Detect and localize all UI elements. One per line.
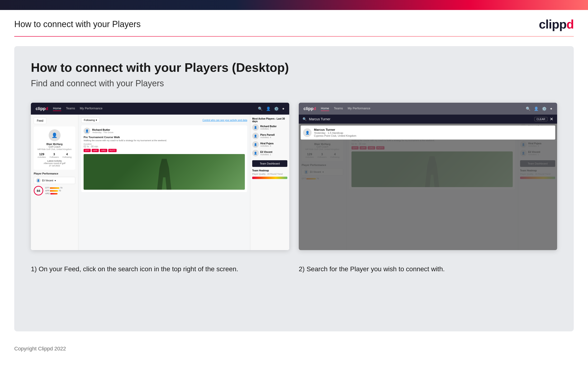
app-nav-icons-1: 🔍 👤 ⚙️ ● xyxy=(258,107,284,111)
app-nav-items-2: Home Teams My Performance xyxy=(321,107,521,111)
settings-icon-1[interactable]: ⚙️ xyxy=(274,107,279,111)
player-performance-section-1: Player Performance 👤 Eli Vincent ▾ 84 xyxy=(34,172,75,195)
player-acts-1: Activities: 7 xyxy=(260,128,277,130)
section-subtitle: Find and connect with your Players xyxy=(31,78,557,88)
player-acts-4: Activities: 1 xyxy=(260,153,272,156)
activity-tags-1: OTT APP ARG PUTT xyxy=(84,149,245,152)
profile-role-1: Golf Coach xyxy=(36,146,73,148)
tpq-row-1: 84 OTT 79 APP 70 ARG xyxy=(34,186,75,195)
player-list-avatar-4: 👤 xyxy=(252,150,259,156)
search-result-detail1: Yesterday · 1-5 Handicap xyxy=(314,131,356,134)
stat-followers-1: 3 Followers xyxy=(50,152,59,158)
stat-activities-1: 129 Activities xyxy=(37,152,46,158)
player-name-1: Richard Butler xyxy=(260,125,277,128)
logo: clippd xyxy=(539,17,574,31)
search-icon-2[interactable]: 🔍 xyxy=(526,107,531,111)
app-nav-2: clippd Home Teams My Performance 🔍 👤 ⚙️ … xyxy=(299,103,557,115)
player-list-item-1: 👤 Richard Butler Activities: 7 xyxy=(252,124,287,131)
activity-desc-1: Walking the course with my coach to buil… xyxy=(84,139,245,142)
latest-activity-1: Latest Activity Afternoon round of golf … xyxy=(36,160,73,167)
player-name-2: Piers Parnell xyxy=(260,134,275,136)
search-overlay: 🔍 Marcus Turner CLEAR ✕ 👤 Marcus Turner … xyxy=(299,115,557,250)
tag-app-1: APP xyxy=(92,149,99,152)
settings-icon-2[interactable]: ⚙️ xyxy=(542,107,547,111)
app-nav-1: clippd Home Teams My Performance 🔍 👤 ⚙️ … xyxy=(31,103,289,115)
nav-item-home-2[interactable]: Home xyxy=(321,107,329,111)
step-1-description: 1) On your Feed, click on the search ico… xyxy=(31,264,289,274)
player-select-avatar-1: 👤 xyxy=(36,178,41,183)
player-select-name-1: Eli Vincent xyxy=(42,179,53,182)
step-2-description: 2) Search for the Player you wish to con… xyxy=(299,264,557,274)
top-gradient-bar xyxy=(0,0,588,10)
panels-container: clippd Home Teams My Performance 🔍 👤 ⚙️ … xyxy=(31,103,557,250)
following-dropdown-1[interactable]: Following ▾ xyxy=(81,118,100,123)
heatmap-subtitle-1: Player Quality · 20 Round Trend xyxy=(252,173,287,175)
app-nav-items-1: Home Teams My Performance xyxy=(53,107,253,111)
main-content: How to connect with your Players (Deskto… xyxy=(14,46,574,331)
screenshot-panel-2: clippd Home Teams My Performance 🔍 👤 ⚙️ … xyxy=(299,103,557,250)
section-title: How to connect with your Players (Deskto… xyxy=(31,60,557,75)
search-result-name: Marcus Turner xyxy=(314,128,356,131)
golfer-silhouette-1 xyxy=(152,159,176,190)
player-select-1[interactable]: 👤 Eli Vincent ▾ xyxy=(34,177,75,184)
nav-item-myperformance-1[interactable]: My Performance xyxy=(80,107,102,111)
player-acts-3: Activities: 3 xyxy=(260,145,273,147)
avatar-icon-2[interactable]: ● xyxy=(550,107,552,111)
stat-following-1: 4 Following xyxy=(62,152,71,158)
nav-item-home-1[interactable]: Home xyxy=(53,107,61,111)
header-divider xyxy=(14,36,574,37)
chevron-down-icon-1: ▾ xyxy=(55,179,56,182)
player-list-item-4: 👤 Eli Vincent Activities: 1 xyxy=(252,150,287,156)
heatmap-bar-1 xyxy=(252,177,287,179)
feed-tab-1[interactable]: Feed xyxy=(34,118,46,124)
search-result-avatar: 👤 xyxy=(303,128,312,137)
activity-duration-1: Duration 02 hr : 00 min xyxy=(84,143,245,148)
screenshot-panel-1: clippd Home Teams My Performance 🔍 👤 ⚙️ … xyxy=(31,103,289,250)
page-title: How to connect with your Players xyxy=(14,19,140,29)
nav-item-teams-1[interactable]: Teams xyxy=(66,107,75,111)
tag-putt-1: PUTT xyxy=(108,149,117,152)
tpq-bars-1: OTT 79 APP 70 ARG xyxy=(45,187,75,195)
following-bar-1: Following ▾ Control who can see your act… xyxy=(81,118,247,123)
profile-card-1: 👤 Blair McHarg Golf Coach Mill Ride Golf… xyxy=(34,127,75,170)
search-result-item[interactable]: 👤 Marcus Turner Yesterday · 1-5 Handicap… xyxy=(303,128,553,137)
nav-item-teams-2[interactable]: Teams xyxy=(334,107,343,111)
search-magnifier-icon: 🔍 xyxy=(303,117,307,121)
app-nav-icons-2: 🔍 👤 ⚙️ ● xyxy=(526,107,552,111)
player-list-item-2: 👤 Piers Parnell Activities: 4 xyxy=(252,133,287,139)
search-result-detail2: Cypress Point Club, United Kingdom xyxy=(314,134,356,137)
user-icon-1[interactable]: 👤 xyxy=(266,107,271,111)
app-body-1: Feed 👤 Blair McHarg Golf Coach Mill Ride… xyxy=(31,115,289,250)
control-link-1[interactable]: Control who can see your activity and da… xyxy=(202,119,247,121)
nav-item-myperformance-2[interactable]: My Performance xyxy=(348,107,370,111)
search-clear-button[interactable]: CLEAR xyxy=(534,117,547,121)
player-perf-title-1: Player Performance xyxy=(34,172,75,175)
player-list-item-3: 👤 Hiral Pujara Activities: 3 xyxy=(252,141,287,148)
most-active-title-1: Most Active Players - Last 30 days xyxy=(252,118,287,123)
search-result-dropdown: 👤 Marcus Turner Yesterday · 1-5 Handicap… xyxy=(301,126,555,139)
player-name-4: Eli Vincent xyxy=(260,151,272,153)
activity-image-1 xyxy=(84,154,245,190)
heatmap-title-1: Team Heatmap xyxy=(252,169,287,172)
tpq-score-circle-1: 84 xyxy=(34,186,43,195)
tag-ott-1: OTT xyxy=(84,149,91,152)
user-icon-2[interactable]: 👤 xyxy=(534,107,539,111)
app-logo-2: clippd xyxy=(304,106,316,111)
activity-card-1: 👤 Richard Butler Yesterday · The Grove P… xyxy=(81,125,247,192)
app-main-feed-1: Following ▾ Control who can see your act… xyxy=(78,115,250,250)
player-name-3: Hiral Pujara xyxy=(260,142,273,145)
search-icon-1[interactable]: 🔍 xyxy=(258,107,263,111)
player-list-avatar-1: 👤 xyxy=(252,124,259,131)
player-acts-2: Activities: 4 xyxy=(260,136,275,138)
header: How to connect with your Players clippd xyxy=(0,10,588,36)
activity-header-1: 👤 Richard Butler Yesterday · The Grove xyxy=(84,128,245,134)
avatar-icon-1[interactable]: ● xyxy=(282,107,284,111)
search-close-button[interactable]: ✕ xyxy=(550,117,553,122)
search-input-display[interactable]: Marcus Turner xyxy=(309,117,532,121)
tag-arg-1: ARG xyxy=(100,149,107,152)
team-heatmap-section-1: Team Heatmap Player Quality · 20 Round T… xyxy=(252,169,287,179)
app-screenshot-1: clippd Home Teams My Performance 🔍 👤 ⚙️ … xyxy=(31,103,289,250)
footer: Copyright Clippd 2022 xyxy=(0,341,588,357)
team-dashboard-button-1[interactable]: Team Dashboard xyxy=(252,160,287,167)
search-bar-overlay: 🔍 Marcus Turner CLEAR ✕ xyxy=(299,115,557,124)
